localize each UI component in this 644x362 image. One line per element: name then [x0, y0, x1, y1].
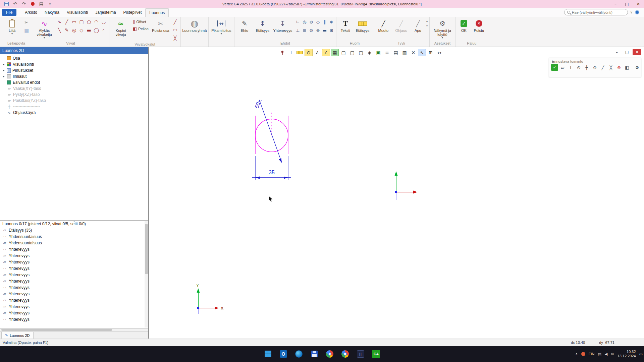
- doc-close-button[interactable]: ✕: [633, 49, 641, 55]
- menu-arkisto[interactable]: Arkisto: [21, 8, 41, 16]
- predict-mirror-icon[interactable]: ◧: [624, 64, 631, 71]
- tree-item-ohjauskayra[interactable]: ∿ Ohjauskäyrä: [0, 110, 148, 116]
- snap-ortho-icon[interactable]: ∠: [322, 49, 330, 56]
- maximize-button[interactable]: □: [621, 0, 633, 8]
- view-settings-button[interactable]: ⚙ Näkymä ja käyttö ▾: [431, 17, 453, 40]
- constraint-button[interactable]: ✎ Ehto: [236, 17, 253, 34]
- parallel-icon[interactable]: ∥: [321, 18, 328, 25]
- snap-point-icon[interactable]: ⊙: [305, 49, 313, 56]
- splitter-grip-icon[interactable]: ▴: [73, 221, 75, 223]
- copy-button[interactable]: ▤: [23, 27, 30, 34]
- horizontal-icon[interactable]: ▬: [321, 26, 328, 34]
- tree-item-xy-plane[interactable]: ▱ Vaaka(XY)-taso: [0, 85, 148, 92]
- arc-icon[interactable]: ◠: [93, 18, 100, 25]
- arc-3pt-icon[interactable]: ◡: [100, 18, 107, 25]
- tray-chevron-icon[interactable]: ∧: [575, 352, 578, 356]
- tree-item-axis[interactable]: ┼ --------------------: [0, 104, 148, 110]
- list-item[interactable]: ▱Yhtenevyys: [0, 297, 148, 303]
- rect-rounded-icon[interactable]: ▢: [78, 18, 85, 25]
- list-item[interactable]: ▱Yhdensuuntaisuus: [0, 233, 148, 240]
- split-icon[interactable]: ╳: [171, 35, 179, 42]
- style-spin-down-icon[interactable]: ▾: [426, 24, 428, 27]
- pan-icon[interactable]: ↔: [435, 49, 443, 56]
- tree-item-visualisointi[interactable]: ▸ Visualisointi: [0, 61, 148, 67]
- redo-icon[interactable]: ↷: [21, 1, 27, 7]
- distance-constraint-button[interactable]: ↕ Etäisyys: [254, 17, 271, 34]
- predict-trace-icon[interactable]: ▱: [559, 64, 566, 71]
- view-window-icon[interactable]: ▢: [339, 49, 347, 56]
- fence-select-icon[interactable]: ⊤: [287, 49, 295, 56]
- cut-button[interactable]: ✂: [23, 19, 30, 26]
- mirror-button[interactable]: ◧ Peilaa: [131, 25, 150, 32]
- list-item[interactable]: ▱Yhtenevyys: [0, 252, 148, 259]
- chevron-down-icon[interactable]: ∨: [630, 10, 633, 14]
- undo-icon[interactable]: ↶: [12, 1, 18, 7]
- speaker-icon[interactable]: ◀: [605, 352, 607, 356]
- taskbar-g4[interactable]: G4: [369, 347, 383, 361]
- style-aux-button[interactable]: ╱ Apu: [411, 17, 425, 34]
- save-icon[interactable]: [3, 1, 9, 7]
- taskbar-chrome[interactable]: [323, 347, 337, 361]
- style-control-button[interactable]: ╱ Ohjaus: [393, 17, 410, 34]
- view-fit-icon[interactable]: ▣: [374, 49, 382, 56]
- copy-lines-button[interactable]: ≈ Kopioi viivoja: [111, 17, 130, 38]
- doc-minimize-button[interactable]: –: [612, 49, 621, 55]
- scrollbar-thumb[interactable]: [145, 224, 148, 274]
- qat-dropdown-icon[interactable]: ▾: [47, 1, 53, 7]
- vertical-scrollbar[interactable]: [145, 221, 148, 327]
- list-item[interactable]: ▱Yhdensuuntaisuus: [0, 240, 148, 246]
- tree-item-esivalitut[interactable]: Esivalitut ehdot: [0, 79, 148, 85]
- view-layers-icon[interactable]: ▤: [392, 49, 400, 56]
- list-item[interactable]: ▱Yhtenevyys: [0, 303, 148, 310]
- ellipse-icon[interactable]: ◯: [93, 26, 100, 34]
- fix-icon[interactable]: ⊞: [328, 26, 335, 34]
- predict-circle-icon[interactable]: ⊙: [575, 64, 582, 71]
- trim-icon[interactable]: ╱: [171, 18, 179, 26]
- symmetry-icon[interactable]: ◇: [314, 18, 322, 25]
- tree-item-piirustukset[interactable]: ▸ Piirustukset: [0, 67, 148, 73]
- search-box[interactable]: [564, 9, 628, 15]
- taskbar-chrome-2[interactable]: [338, 347, 352, 361]
- list-item[interactable]: ▱Yhtenevyys: [0, 316, 148, 322]
- taskbar-code[interactable]: ||: [354, 347, 368, 361]
- freehand-icon[interactable]: ✎: [63, 26, 70, 34]
- arc-tangent-icon[interactable]: ◜: [100, 26, 107, 34]
- list-item[interactable]: ▱Yhtenevyys: [0, 265, 148, 272]
- concentric-icon[interactable]: ◎: [301, 18, 308, 25]
- list-item[interactable]: ▱Etäisyys (35): [0, 227, 148, 233]
- vertical-icon[interactable]: ⊥: [294, 26, 302, 34]
- tree-item-osa[interactable]: Osa: [0, 55, 148, 61]
- list-item[interactable]: ▱Yhtenevyys: [0, 259, 148, 265]
- predict-nosnap-icon[interactable]: ⊘: [591, 64, 598, 71]
- menu-pistepilvet[interactable]: Pistepilvet: [120, 8, 146, 16]
- paste-button[interactable]: Liitä ▾: [2, 17, 22, 36]
- taskbar-browser[interactable]: [292, 347, 306, 361]
- extend-icon[interactable]: ◠: [171, 26, 179, 34]
- expander-icon[interactable]: ▸: [2, 75, 5, 78]
- help-target-icon[interactable]: [635, 10, 639, 14]
- equal-icon[interactable]: ≡: [301, 26, 308, 34]
- language-indicator[interactable]: FIN: [589, 352, 595, 356]
- sketch-group-button[interactable]: ◍ Luonnosryhmä: [182, 17, 207, 34]
- tree-item-xz-plane[interactable]: ▱ Pysty(XZ)-taso: [0, 92, 148, 98]
- view-iso-icon[interactable]: ◈: [366, 49, 374, 56]
- search-input[interactable]: [572, 10, 625, 14]
- expander-icon[interactable]: ▸: [2, 63, 5, 66]
- view-previous-icon[interactable]: ▢: [348, 49, 356, 56]
- list-item[interactable]: ▱Yhtenevyys: [0, 291, 148, 297]
- ok-button[interactable]: ✓ OK: [457, 17, 471, 34]
- dim-width-label[interactable]: 35: [269, 170, 275, 175]
- predict-cross-icon[interactable]: ╋: [583, 64, 590, 71]
- perpendicular-icon[interactable]: ∟: [294, 18, 302, 25]
- taskbar-outlook[interactable]: O: [276, 347, 290, 361]
- scrollbar-thumb[interactable]: [1, 329, 112, 331]
- ruler-toggle-icon[interactable]: [296, 49, 304, 56]
- list-item[interactable]: ▱Yhtenevyys: [0, 278, 148, 284]
- snap-angle-icon[interactable]: ∠: [313, 49, 321, 56]
- grid-toggle-icon[interactable]: ▦: [331, 49, 339, 56]
- note-distance-button[interactable]: Etäisyys: [354, 17, 371, 34]
- predict-accept-icon[interactable]: ✓: [551, 64, 558, 71]
- predict-settings-icon[interactable]: ⚙: [634, 64, 641, 71]
- doc-restore-button[interactable]: ▢: [623, 49, 631, 55]
- list-item[interactable]: ▱Yhtenevyys: [0, 246, 148, 252]
